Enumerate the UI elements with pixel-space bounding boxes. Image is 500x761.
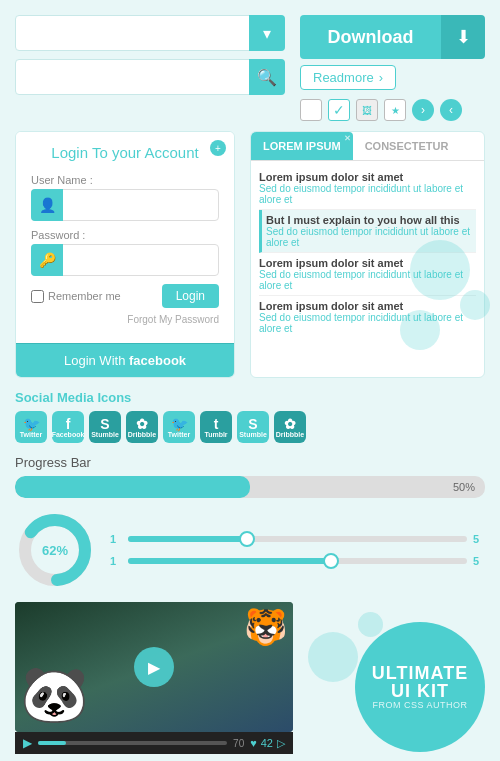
forgot-link[interactable]: Forgot My Password [31,314,219,325]
donut-sliders-row: 62% 1 5 1 [15,510,485,590]
search-button[interactable]: 🔍 [249,59,285,95]
slider-2-track[interactable] [128,558,467,564]
dropdown-button[interactable]: ▾ [249,15,285,51]
ultimate-badge: ULTIMATE UI KIT From css author [355,622,485,752]
facebook-login-button[interactable]: Login With facebook [16,343,234,377]
chevron-down-icon: ▾ [263,24,271,43]
login-header: + Login To your Account [16,132,234,169]
slider-1-thumb[interactable] [239,531,255,547]
twitter-icon: 🐦 [23,417,40,431]
user-icon: 👤 [31,189,63,221]
social-icon-twitter2[interactable]: 🐦Twitter [163,411,195,443]
video-play-button[interactable]: ▶ [134,647,174,687]
badge-line1: ULTIMATE [372,664,468,682]
tab-item-desc-1: Sed do eiusmod tempor incididunt ut labo… [259,183,476,205]
social-icon-dribbble2[interactable]: ✿Dribbble [274,411,306,443]
login-button[interactable]: Login [162,284,219,308]
social-title: Social Media Icons [15,390,485,405]
checkbox-checked[interactable]: ✓ [328,99,350,121]
slider-1-track[interactable] [128,536,467,542]
progress-label: 50% [453,481,475,493]
dropdown-wrap: ▾ [15,15,285,51]
heart-icon[interactable]: ♥ [250,737,257,750]
tab-item-title-4: Lorem ipsum dolor sit amet [259,300,476,312]
password-label: Password : [31,229,219,241]
download-button[interactable]: Download [300,15,441,59]
login-box: + Login To your Account User Name : 👤 Pa… [15,131,235,378]
badge-sub: From css author [372,700,467,710]
login-form: User Name : 👤 Password : 🔑 Remember me [16,169,234,343]
bubble-sm1 [308,632,358,682]
video-badge-row: 🐼 🐯 ▶ ▶ 70 ♥ 42 ▷ Lorem ipsum [15,602,485,761]
share-icon[interactable]: ▷ [277,737,285,750]
username-label: User Name : [31,174,219,186]
lock-icon: 🔑 [31,244,63,276]
badge-area: ULTIMATE UI KIT From css author [303,602,485,761]
video-progress-bar[interactable] [38,741,227,745]
tab-consectetur[interactable]: CONSECTETUR [353,132,461,160]
main-container: ▾ 🔍 Download ⬇ [0,0,500,761]
social-icon-dribbble1[interactable]: ✿Dribbble [126,411,158,443]
search-input[interactable] [15,59,285,95]
slider-2-max: 5 [473,555,485,567]
bubble-3 [400,310,440,350]
tab-item-title-1: Lorem ipsum dolor sit amet [259,171,476,183]
checkbox-star[interactable]: ★ [384,99,406,121]
readmore-label: Readmore [313,70,374,85]
tabs-header: LOREM IPSUM CONSECTETUR [251,132,484,161]
video-controls: ▶ 70 ♥ 42 ▷ [15,732,293,754]
twitter2-icon: 🐦 [171,417,188,431]
facebook-icon: f [66,417,71,431]
social-icon-tumblr[interactable]: tTumblr [200,411,232,443]
readmore-arrow-icon: › [379,70,383,85]
readmore-button[interactable]: Readmore › [300,65,396,90]
like-icon[interactable]: 42 [261,737,273,750]
slider-2-row: 1 5 [110,555,485,567]
social-icon-facebook1[interactable]: fFacebook [52,411,84,443]
facebook-label: facebook [129,353,186,368]
right-download: Download ⬇ Readmore › ✓ 🖼 ★ › ‹ [300,15,485,121]
remember-checkbox[interactable] [31,290,44,303]
nav-next-button[interactable]: › [412,99,434,121]
video-controls-icons: ♥ 42 ▷ [250,737,285,750]
download-icon-button[interactable]: ⬇ [441,15,485,59]
login-close-button[interactable]: + [210,140,226,156]
tab-item-title-2: But I must explain to you how all this [266,214,476,226]
tab-lorem-ipsum[interactable]: LOREM IPSUM [251,132,353,160]
progress-title: Progress Bar [15,455,485,470]
checkbox-image[interactable]: 🖼 [356,99,378,121]
video-section: 🐼 🐯 ▶ ▶ 70 ♥ 42 ▷ Lorem ipsum [15,602,293,761]
remember-label[interactable]: Remember me [31,290,121,303]
social-icon-stumble1[interactable]: SStumble [89,411,121,443]
search-wrap: 🔍 [15,59,285,95]
download-arrow-icon: ⬇ [456,26,471,48]
dribbble-icon: ✿ [136,417,148,431]
checkbox-empty[interactable] [300,99,322,121]
stumble2-icon: S [248,417,257,431]
slider-1-row: 1 5 [110,533,485,545]
page-wrapper: ▾ 🔍 Download ⬇ [0,0,500,761]
badge-line2: UI KIT [391,682,449,700]
progress-bar-fill [15,476,250,498]
social-title-accent: Icons [97,390,131,405]
nav-prev-button[interactable]: ‹ [440,99,462,121]
left-inputs: ▾ 🔍 [15,15,285,121]
slider-2-thumb[interactable] [323,553,339,569]
search-icon: 🔍 [257,68,277,87]
social-icon-stumble2[interactable]: SStumble [237,411,269,443]
social-title-prefix: Social Media [15,390,97,405]
social-icon-twitter1[interactable]: 🐦Twitter [15,411,47,443]
dribbble2-icon: ✿ [284,417,296,431]
slider-1-min: 1 [110,533,122,545]
tab-list-item-4: Lorem ipsum dolor sit amet Sed do eiusmo… [259,296,476,338]
video-play-control[interactable]: ▶ [23,736,32,750]
facebook-prefix: Login With [64,353,129,368]
sliders-wrap: 1 5 1 5 [110,533,485,567]
slider-2-min: 1 [110,555,122,567]
login-footer-row: Remember me Login [31,284,219,308]
remember-text: Remember me [48,290,121,302]
video-thumbnail: 🐼 🐯 ▶ [15,602,293,732]
dropdown-input[interactable] [15,15,285,51]
tab-item-desc-4: Sed do eiusmod tempor incididunt ut labo… [259,312,476,334]
bubble-1 [410,240,470,300]
